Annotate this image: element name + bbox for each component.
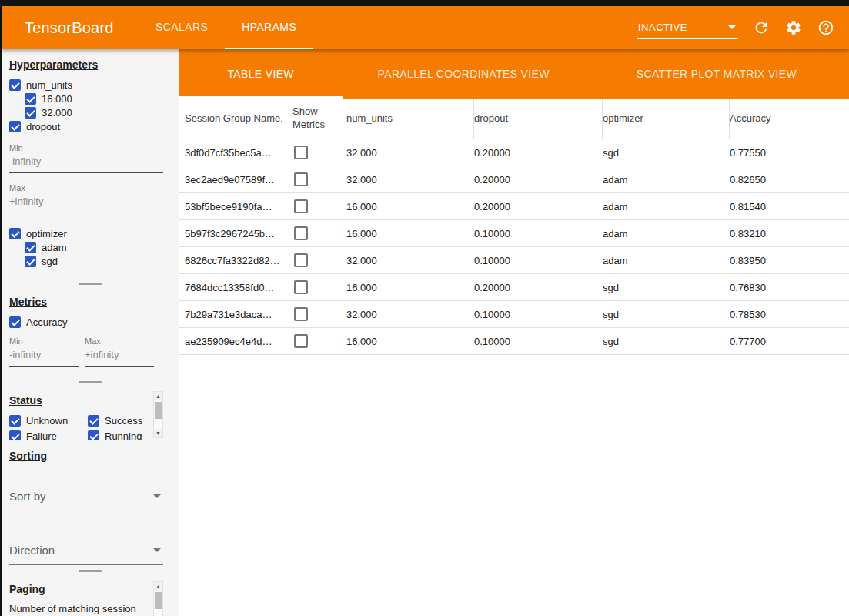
cell-accuracy: 0.81540: [730, 201, 849, 213]
adam-checkbox[interactable]: [25, 242, 36, 253]
section-sorting: Sorting Sort by Direction: [2, 440, 179, 567]
sort-by-select[interactable]: Sort by: [9, 485, 163, 511]
tab-hparams[interactable]: HPARAMS: [225, 6, 313, 49]
sorting-heading: Sorting: [9, 450, 171, 462]
scroll-up-arrow[interactable]: ▲: [154, 582, 162, 591]
col-num-units[interactable]: num_units: [346, 99, 474, 139]
reload-status-select[interactable]: INACTIVE: [637, 18, 738, 38]
gear-icon[interactable]: [784, 18, 803, 37]
paging-scrollbar[interactable]: ▲: [153, 581, 163, 616]
failure-checkbox[interactable]: [9, 430, 21, 441]
num-units-value-16[interactable]: 16.000: [25, 92, 171, 105]
sort-by-value: Sort by: [9, 490, 46, 503]
section-resize-handle[interactable]: [2, 280, 179, 286]
running-checkbox[interactable]: [88, 430, 99, 441]
scroll-down-arrow[interactable]: ▼: [154, 429, 162, 437]
cell-session-name: ae235909ec4e4d…: [185, 336, 292, 347]
optimizer-checkbox[interactable]: [9, 228, 21, 239]
cell-accuracy: 0.83210: [730, 228, 849, 239]
col-session-group-name[interactable]: Session Group Name.: [185, 99, 292, 139]
dropout-min-label: Min: [9, 143, 171, 152]
scroll-track[interactable]: [154, 400, 162, 429]
optimizer-value-sgd[interactable]: sgd: [25, 254, 171, 268]
dropout-min-input[interactable]: [9, 153, 163, 173]
hparam-optimizer[interactable]: optimizer: [9, 226, 171, 240]
section-resize-handle[interactable]: [2, 379, 179, 385]
tab-scatter-plot-matrix-view[interactable]: SCATTER PLOT MATRIX VIEW: [584, 49, 849, 99]
hparam-num-units[interactable]: num_units: [9, 78, 171, 92]
col-accuracy[interactable]: Accuracy: [730, 99, 849, 139]
status-failure[interactable]: Failure: [9, 429, 75, 440]
cell-show-metrics: [292, 198, 346, 216]
scroll-thumb[interactable]: [155, 402, 162, 419]
tab-parallel-coordinates-view[interactable]: PARALLEL COORDINATES VIEW: [343, 49, 584, 99]
view-tabs: TABLE VIEW PARALLEL COORDINATES VIEW SCA…: [179, 49, 849, 99]
value-16-checkbox[interactable]: [25, 93, 36, 105]
dropout-checkbox[interactable]: [9, 121, 21, 132]
col-optimizer[interactable]: optimizer: [603, 99, 730, 139]
show-metrics-checkbox[interactable]: [294, 334, 308, 348]
optimizer-value-adam[interactable]: adam: [25, 240, 171, 254]
show-metrics-checkbox[interactable]: [294, 172, 308, 186]
accuracy-min-input[interactable]: [9, 346, 79, 367]
show-metrics-checkbox[interactable]: [294, 146, 308, 159]
accuracy-max-input[interactable]: [85, 346, 154, 367]
section-status: Status Unknown Success Failure: [2, 385, 179, 440]
show-metrics-checkbox[interactable]: [294, 307, 308, 321]
cell-dropout: 0.20000: [474, 174, 603, 186]
accuracy-min-label: Min: [9, 336, 79, 346]
chevron-down-icon: [153, 548, 161, 552]
cell-dropout: 0.10000: [474, 336, 603, 347]
show-metrics-checkbox[interactable]: [294, 199, 308, 213]
cell-session-name: 7684dcc13358fd0…: [185, 282, 292, 293]
value-32-checkbox[interactable]: [25, 107, 36, 119]
cell-num-units: 16.000: [346, 336, 474, 347]
cell-optimizer: sgd: [603, 282, 730, 293]
status-success[interactable]: Success: [88, 413, 142, 427]
table-row: 6826cc7fa3322d82… 32.000 0.10000 adam 0.…: [179, 247, 849, 274]
show-metrics-checkbox[interactable]: [294, 226, 308, 240]
unknown-checkbox[interactable]: [9, 415, 21, 427]
scroll-thumb[interactable]: [155, 592, 162, 609]
num-units-checkbox[interactable]: [9, 79, 21, 91]
status-scrollbar[interactable]: ▲ ▼: [153, 391, 163, 438]
help-icon[interactable]: [817, 18, 835, 37]
num-units-value-32[interactable]: 32.000: [25, 105, 171, 119]
direction-select[interactable]: Direction: [9, 539, 163, 565]
cell-optimizer: sgd: [603, 336, 730, 347]
sgd-checkbox[interactable]: [25, 256, 36, 267]
col-show-metrics[interactable]: Show Metrics: [292, 99, 346, 139]
metrics-heading: Metrics: [9, 296, 171, 308]
cell-session-name: 7b29a731e3daca…: [185, 309, 292, 320]
reload-status-value: INACTIVE: [638, 22, 687, 33]
hparams-main: TABLE VIEW PARALLEL COORDINATES VIEW SCA…: [179, 49, 849, 616]
accuracy-checkbox[interactable]: [9, 316, 21, 328]
status-unknown[interactable]: Unknown: [9, 413, 75, 427]
dropout-max-input[interactable]: [9, 193, 163, 213]
show-metrics-checkbox[interactable]: [294, 253, 308, 267]
table-row: 7684dcc13358fd0… 16.000 0.20000 sgd 0.76…: [179, 274, 849, 301]
tab-table-view[interactable]: TABLE VIEW: [179, 49, 343, 99]
status-running[interactable]: Running: [88, 429, 142, 440]
tab-scalars[interactable]: SCALARS: [139, 6, 225, 49]
table-row: 7b29a731e3daca… 32.000 0.10000 sgd 0.785…: [179, 301, 849, 328]
chevron-down-icon: [153, 494, 161, 498]
cell-optimizer: adam: [603, 201, 730, 213]
scroll-up-arrow[interactable]: ▲: [154, 392, 162, 400]
hparams-sidebar: Hyperparameters num_units 16.000 32.000 …: [2, 49, 179, 616]
section-resize-handle[interactable]: [2, 567, 179, 574]
success-checkbox[interactable]: [88, 415, 99, 427]
cell-session-name: 5b97f3c2967245b…: [185, 228, 292, 239]
scroll-track[interactable]: [154, 591, 162, 616]
show-metrics-checkbox[interactable]: [294, 280, 308, 294]
refresh-icon[interactable]: [752, 18, 770, 37]
hparam-dropout[interactable]: dropout: [9, 119, 171, 133]
cell-show-metrics: [292, 279, 346, 296]
metric-accuracy[interactable]: Accuracy: [9, 315, 171, 329]
table-row: 5b97f3c2967245b… 16.000 0.10000 adam 0.8…: [179, 220, 849, 247]
section-paging: Paging Number of matching session groups…: [2, 574, 179, 616]
col-dropout[interactable]: dropout: [474, 99, 603, 139]
cell-show-metrics: [292, 225, 346, 243]
cell-dropout: 0.10000: [474, 255, 603, 266]
cell-accuracy: 0.83950: [730, 255, 849, 266]
